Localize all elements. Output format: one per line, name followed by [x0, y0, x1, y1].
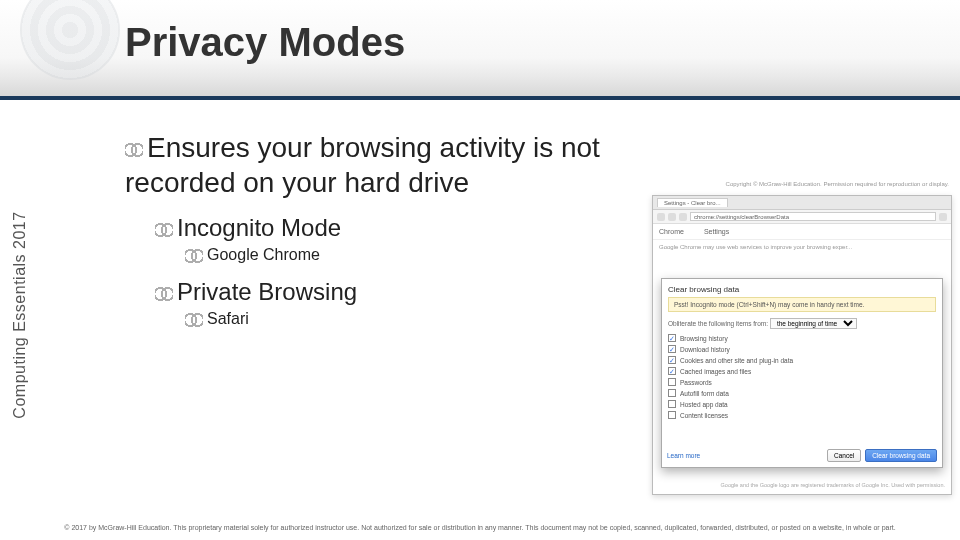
checkbox-icon[interactable]: [668, 389, 676, 397]
bullet-level1: Ensures your browsing activity is not re…: [125, 130, 665, 200]
sidebar-text: Computing Essentials 2017: [11, 211, 29, 418]
learn-more-link[interactable]: Learn more: [667, 452, 700, 459]
checkbox-row[interactable]: ✓Browsing history: [668, 334, 936, 342]
checkbox-icon[interactable]: [668, 378, 676, 386]
browser-tab[interactable]: Settings - Clear bro...: [657, 198, 728, 207]
checkbox-icon[interactable]: [668, 411, 676, 419]
checkbox-icon[interactable]: ✓: [668, 356, 676, 364]
checkbox-row[interactable]: Hosted app data: [668, 400, 936, 408]
incognito-hint-text: Psst! Incognito mode (Ctrl+Shift+N) may …: [674, 301, 864, 308]
checkbox-row[interactable]: ✓Cookies and other site and plug-in data: [668, 356, 936, 364]
content-body: Ensures your browsing activity is not re…: [125, 130, 665, 342]
checkbox-icon[interactable]: ✓: [668, 367, 676, 375]
obliterate-row: Obliterate the following items from: the…: [668, 318, 936, 329]
checkbox-label: Browsing history: [680, 335, 728, 342]
obliterate-select[interactable]: the beginning of time: [770, 318, 857, 329]
checkbox-label: Autofill form data: [680, 390, 729, 397]
checkbox-icon[interactable]: ✓: [668, 345, 676, 353]
checkbox-row[interactable]: ✓Download history: [668, 345, 936, 353]
checkbox-row[interactable]: Passwords: [668, 378, 936, 386]
forward-icon[interactable]: [668, 213, 676, 221]
settings-hint-text: Google Chrome may use web services to im…: [653, 240, 951, 255]
obliterate-label: Obliterate the following items from:: [668, 320, 768, 327]
settings-nav: Chrome Settings: [653, 224, 951, 240]
bullet-level3-chrome: Google Chrome: [185, 246, 665, 264]
sidebar-vertical-label: Computing Essentials 2017: [0, 120, 40, 510]
dialog-button-row: Learn more Cancel Clear browsing data: [667, 449, 937, 462]
clear-browsing-button[interactable]: Clear browsing data: [865, 449, 937, 462]
nav-settings: Settings: [704, 228, 729, 235]
checkbox-icon[interactable]: ✓: [668, 334, 676, 342]
checkbox-label: Download history: [680, 346, 730, 353]
cancel-button[interactable]: Cancel: [827, 449, 861, 462]
checkbox-label: Passwords: [680, 379, 712, 386]
bullet-level2-incognito: Incognito Mode: [155, 214, 665, 242]
nav-chrome[interactable]: Chrome: [659, 228, 684, 235]
bullet-level3-safari: Safari: [185, 310, 665, 328]
checkbox-label: Cookies and other site and plug-in data: [680, 357, 793, 364]
checkbox-label: Content licenses: [680, 412, 728, 419]
header: Privacy Modes: [0, 0, 960, 100]
back-icon[interactable]: [657, 213, 665, 221]
slide: Privacy Modes Computing Essentials 2017 …: [0, 0, 960, 540]
checkbox-label: Cached images and files: [680, 368, 751, 375]
bullet-level2-private: Private Browsing: [155, 278, 665, 306]
checkbox-icon[interactable]: [668, 400, 676, 408]
browser-screenshot: Copyright © McGraw-Hill Education. Permi…: [652, 195, 952, 495]
checkbox-row[interactable]: Content licenses: [668, 411, 936, 419]
browser-address-bar: chrome://settings/clearBrowserData: [653, 210, 951, 224]
checkbox-label: Hosted app data: [680, 401, 728, 408]
screenshot-copyright: Copyright © McGraw-Hill Education. Permi…: [653, 181, 951, 195]
checkbox-row[interactable]: Autofill form data: [668, 389, 936, 397]
clear-browsing-dialog: Clear browsing data Psst! Incognito mode…: [661, 278, 943, 468]
logo-globe-icon: [20, 0, 120, 80]
slide-title: Privacy Modes: [125, 20, 405, 65]
checkbox-row[interactable]: ✓Cached images and files: [668, 367, 936, 375]
menu-icon[interactable]: [939, 213, 947, 221]
incognito-hint-banner: Psst! Incognito mode (Ctrl+Shift+N) may …: [668, 297, 936, 312]
footer-copyright: © 2017 by McGraw-Hill Education. This pr…: [0, 516, 960, 540]
url-field[interactable]: chrome://settings/clearBrowserData: [690, 212, 936, 221]
dialog-title: Clear browsing data: [668, 285, 936, 294]
browser-tabbar: Settings - Clear bro...: [653, 196, 951, 210]
screenshot-footnote: Google and the Google logo are registere…: [659, 482, 945, 488]
reload-icon[interactable]: [679, 213, 687, 221]
